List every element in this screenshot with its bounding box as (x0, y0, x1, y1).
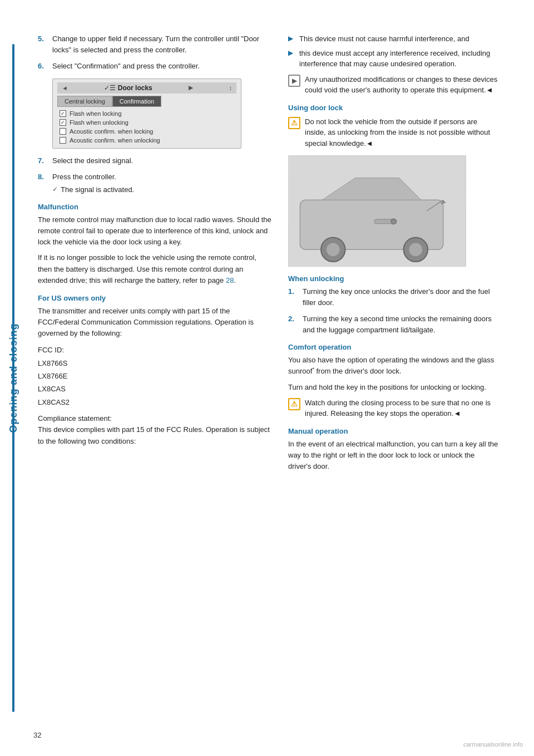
menu-title: Door locks (118, 84, 152, 92)
bullet-arrow-1: ▶ (288, 35, 295, 42)
unlock-step-1: 1. Turning the key once unlocks the driv… (288, 286, 500, 308)
menu-row-3: Acoustic confirm. when locking (57, 127, 236, 136)
page-link-28[interactable]: 28 (226, 276, 234, 284)
car-illustration (289, 156, 466, 266)
fcc-id-val-3: LX8CAS (38, 382, 271, 395)
step-5-num: 5. (38, 33, 48, 55)
bullet-arrow-2: ▶ (288, 49, 295, 57)
menu-checkmark-icon: ✓☰ (104, 84, 116, 92)
step-7-text: Select the desired signal. (52, 155, 133, 166)
when-unlocking-heading: When unlocking (288, 274, 500, 283)
comfort-operation-heading: Comfort operation (288, 343, 500, 351)
bullet-text-2: this device must accept any interference… (299, 48, 500, 70)
step-6-text: Select "Confirmation" and press the cont… (52, 61, 200, 72)
malfunction-heading: Malfunction (38, 203, 271, 211)
step-7-num: 7. (38, 155, 48, 166)
warning-icon-1: ⚠ (288, 117, 300, 129)
door-lock-warning: ⚠ Do not lock the vehicle from the outsi… (288, 116, 500, 149)
menu-square-3 (60, 128, 66, 135)
sidebar: Opening and closing (0, 0, 27, 756)
step-7: 7. Select the desired signal. (38, 155, 271, 166)
menu-row-4: Acoustic confirm. when unlocking (57, 136, 236, 145)
step-8-num: 8. (38, 171, 48, 195)
unlock-step-2-text: Turning the key a second time unlocks th… (303, 313, 500, 335)
menu-tabs: Central locking Confirmation (57, 96, 236, 107)
menu-row-2-text: Flash when unlocking (70, 119, 128, 126)
step-8-sub: The signal is activated. (61, 184, 134, 195)
fcc-id-val-2: LX8766E (38, 370, 271, 382)
step-6: 6. Select "Confirmation" and press the c… (38, 61, 271, 72)
compliance-body: This device complies with part 15 of the… (38, 425, 270, 445)
step-6-num: 6. (38, 61, 48, 72)
menu-arrow-right: ▶ (189, 84, 193, 91)
warning-icon-2: ⚠ (288, 398, 300, 410)
unlock-step-1-num: 1. (288, 286, 298, 308)
checkmark-icon: ✓ (52, 184, 58, 194)
using-door-lock-heading: Using door lock (288, 104, 500, 112)
menu-tab-central: Central locking (57, 96, 112, 107)
note-icon: ▶ (288, 75, 300, 87)
compliance-label: Compliance statement: (38, 414, 112, 423)
step-5-text: Change to upper field if necessary. Turn… (52, 33, 271, 55)
unlock-step-2-num: 2. (288, 313, 298, 335)
menu-square-4 (60, 137, 66, 144)
menu-arrow-left: ◄ (62, 85, 68, 91)
fcc-id-list: FCC ID: LX8766S LX8766E LX8CAS LX8CAS2 (38, 343, 271, 409)
svg-point-4 (327, 243, 340, 256)
malfunction-para1: The remote control may malfunction due t… (38, 214, 271, 248)
car-door-image (288, 155, 466, 267)
menu-row-2: Flash when unlocking (57, 118, 236, 127)
sidebar-label: Opening and closing (8, 323, 19, 433)
menu-tab-confirmation: Confirmation (112, 96, 161, 107)
main-content: 5. Change to upper field if necessary. T… (27, 0, 534, 756)
menu-header: ◄ ✓☰ Door locks ▶ ↕ (57, 82, 236, 94)
right-column: ▶ This device must not cause harmful int… (288, 33, 500, 723)
note-box: ▶ Any unauthorized modifications or chan… (288, 74, 500, 96)
fcc-id-val-4: LX8CAS2 (38, 396, 271, 409)
comfort-para2: Turn and hold the key in the positions f… (288, 382, 500, 393)
for-us-heading: For US owners only (38, 294, 271, 302)
menu-checkbox-2 (60, 119, 66, 126)
menu-screenshot: ◄ ✓☰ Door locks ▶ ↕ Central locking Conf… (52, 78, 241, 149)
compliance-text: Compliance statement: This device compli… (38, 413, 271, 446)
door-lock-warning-text: Do not lock the vehicle from the outside… (305, 116, 500, 149)
svg-point-6 (409, 243, 422, 256)
manual-operation-heading: Manual operation (288, 427, 500, 435)
fcc-id-val-1: LX8766S (38, 357, 271, 370)
fcc-id-label: FCC ID: (38, 343, 271, 356)
menu-checkbox-1 (60, 110, 66, 117)
menu-sort-icon: ↕ (229, 85, 232, 91)
step-8: 8. Press the controller. ✓ The signal is… (38, 171, 271, 195)
comfort-para1: You also have the option of operating th… (288, 355, 500, 377)
menu-row-1-text: Flash when locking (70, 110, 122, 117)
malfunction-para2: If it is no longer possible to lock the … (38, 252, 271, 286)
menu-row-4-text: Acoustic confirm. when unlocking (70, 137, 160, 144)
step-8-text: Press the controller. (52, 173, 116, 181)
comfort-warning: ⚠ Watch during the closing process to be… (288, 397, 500, 419)
bullet-item-2: ▶ this device must accept any interferen… (288, 48, 500, 70)
menu-row-3-text: Acoustic confirm. when locking (70, 128, 153, 135)
unlock-step-2: 2. Turning the key a second time unlocks… (288, 313, 500, 335)
menu-header-center: ✓☰ Door locks (104, 84, 152, 92)
watermark: carmanualsonline.info (463, 741, 523, 748)
step-5: 5. Change to upper field if necessary. T… (38, 33, 271, 55)
left-column: 5. Change to upper field if necessary. T… (38, 33, 271, 723)
bullet-text-1: This device must not cause harmful inter… (299, 33, 469, 45)
unlock-step-1-text: Turning the key once unlocks the driver'… (303, 286, 500, 308)
bullet-item-1: ▶ This device must not cause harmful int… (288, 33, 500, 45)
for-us-para1: The transmitter and receiver units compl… (38, 306, 271, 339)
menu-row-1: Flash when locking (57, 109, 236, 118)
manual-operation-para1: In the event of an electrical malfunctio… (288, 439, 500, 472)
comfort-warning-text: Watch during the closing process to be s… (305, 397, 500, 419)
sunroof-asterisk: * (312, 366, 314, 372)
svg-point-8 (391, 219, 397, 224)
note-text: Any unauthorized modifications or change… (305, 74, 500, 96)
page-number: 32 (33, 731, 41, 739)
